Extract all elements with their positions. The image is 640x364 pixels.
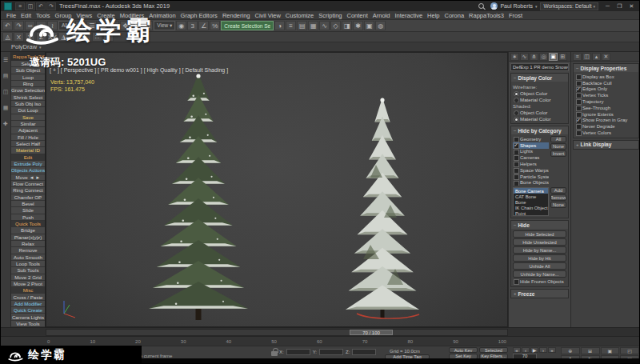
menu-item[interactable]: Graph Editors [178, 12, 220, 19]
category-list-item[interactable]: CAT Bone [514, 194, 548, 199]
tool-panel-button[interactable]: Fill / Hole [11, 134, 45, 141]
tool-panel-button[interactable]: Move 2 Grid [11, 274, 45, 281]
tool-panel-button[interactable]: Loop [11, 74, 45, 81]
link-display-rollout-header[interactable]: + Link Display [574, 141, 638, 149]
tool-panel-button[interactable]: Extrude Poly [11, 161, 45, 167]
tool-panel-button[interactable]: Planar(x|y|z) [11, 234, 45, 241]
redo-icon[interactable]: ↷ [14, 21, 24, 30]
add-panel-icon[interactable]: ✚ [3, 121, 8, 127]
tool-panel-button[interactable]: Add Modifier [11, 301, 45, 307]
play-icon[interactable]: ▶ [530, 347, 538, 353]
hide-action-button[interactable]: Unhide All [513, 262, 566, 270]
menu-item[interactable]: Create [94, 12, 118, 19]
modify-tab-icon[interactable]: ∿ [520, 53, 529, 61]
render-setup-icon[interactable]: ✱ [353, 21, 363, 30]
snowy-tree-right[interactable] [346, 98, 419, 318]
chevron-down-icon[interactable]: ▾ [39, 45, 42, 50]
category-list-item[interactable]: Bone [514, 199, 548, 205]
rotate-icon[interactable]: ↻ [131, 21, 142, 30]
selection-set-dropdown[interactable]: Selected [479, 347, 508, 353]
zoom-icon[interactable]: ⊕ [561, 347, 580, 354]
selection-region-icon[interactable]: ▭ [98, 21, 108, 30]
hide-action-button[interactable]: Hide by Hit [513, 254, 566, 262]
max-logo-icon[interactable] [4, 2, 12, 10]
tool-panel-button[interactable]: Dot Loop [11, 107, 45, 114]
tool-panel-button[interactable]: Cross / Paste [11, 294, 45, 300]
hide-action-button[interactable]: Hide Selected [513, 230, 566, 238]
rappatools-header[interactable]: RappaTools3 ✕ [11, 52, 45, 61]
menu-item[interactable]: Rendering [220, 12, 253, 19]
array-tool-icon[interactable]: ∷ [92, 32, 102, 42]
render-icon[interactable]: ◍ [375, 21, 386, 30]
axis-x-icon[interactable]: X [14, 32, 24, 42]
undo-icon[interactable]: ↶ [36, 2, 46, 10]
tool-panel-button[interactable]: Shrink Select [11, 94, 45, 101]
reference-coordinate-dropdown[interactable]: View ▾ [154, 21, 175, 30]
display-color-option[interactable]: Material Color [513, 96, 566, 102]
tool-panel-button[interactable]: Misc [11, 287, 45, 294]
maximize-button[interactable]: ❐ [614, 2, 626, 10]
select-by-name-icon[interactable]: ☰ [86, 21, 97, 30]
tool-panel-button[interactable]: Move ◄ ► [11, 174, 45, 181]
tool-panel-button[interactable]: Similar [11, 121, 45, 127]
tool-panel-button[interactable]: Quick Tools [11, 221, 45, 227]
hide-rollout-header[interactable]: − Hide [511, 221, 568, 229]
tool-panel-button[interactable]: Flow Connect [11, 181, 45, 187]
close-icon[interactable]: ✕ [41, 54, 45, 59]
redo-icon[interactable]: ↷ [46, 2, 56, 10]
axis-xy-icon[interactable]: XY [47, 32, 58, 42]
app-menu-icon[interactable]: ≡ [15, 2, 25, 10]
material-editor-icon[interactable]: ◨ [342, 21, 352, 30]
hide-action-button[interactable]: Unhide by Name... [513, 270, 566, 278]
category-checkbox[interactable]: Lights [513, 149, 549, 155]
save-icon[interactable]: ◫ [26, 2, 35, 10]
display-color-option[interactable]: Object Color [513, 90, 566, 96]
display-color-option[interactable]: Shaded: [513, 102, 566, 109]
display-property-checkbox[interactable]: Display as Box [575, 74, 637, 80]
tool-panel-button[interactable]: Loop Tools [11, 261, 45, 267]
tool-panel-button[interactable]: Select Half [11, 141, 45, 147]
category-checkbox[interactable]: Space Warps [513, 167, 549, 174]
tool-panel-button[interactable]: Sub Obj Iso [11, 101, 45, 107]
scale-icon[interactable]: ⊿ [142, 21, 153, 30]
zoom-region-icon[interactable]: ◰ [620, 347, 639, 354]
rendered-frame-icon[interactable]: ▣ [364, 21, 374, 30]
menu-item[interactable]: RappaTools3 [466, 12, 506, 19]
category-action-button[interactable]: Invert [550, 150, 566, 157]
use-pivot-icon[interactable]: ◉ [176, 21, 186, 30]
tool-panel-button[interactable]: Bevel [11, 201, 45, 207]
category-checkbox[interactable]: Geometry [513, 136, 549, 142]
menu-item[interactable]: Interactive [392, 12, 425, 19]
menu-item[interactable]: Corona [442, 12, 467, 19]
display-properties-rollout-header[interactable]: − Display Properties [574, 64, 638, 72]
menu-item[interactable]: Scripting [316, 12, 344, 19]
tool-panel-button[interactable]: Remove [11, 247, 45, 254]
maxscript-mini-listener[interactable]: sliderTime = 70 2KeyPhysics [1, 346, 74, 359]
mirror-tool-icon[interactable]: ◐ [81, 32, 91, 42]
auto-key-button[interactable]: Auto Key [449, 347, 478, 353]
tool-panel-button[interactable]: Save [11, 114, 45, 121]
hierarchy-tab-icon[interactable]: ⋔ [530, 53, 538, 61]
tool-panel-button[interactable]: Material ID [11, 147, 45, 154]
ribbon-toggle-icon[interactable]: ▦ [308, 21, 318, 30]
named-selection-sets-dropdown[interactable]: Create Selection Se [221, 21, 274, 30]
display-color-option[interactable]: Object Color [513, 109, 566, 115]
axis-z-icon[interactable]: Z [36, 32, 46, 42]
tool-panel-button[interactable]: Sub Object [11, 67, 45, 74]
mirror-icon[interactable]: ◑ [274, 21, 285, 30]
link-icon[interactable]: ∞ [25, 21, 35, 30]
snap-tool-icon[interactable]: ◬ [2, 32, 13, 42]
workspaces-dropdown[interactable]: Workspaces: Default ▾ [540, 2, 598, 10]
display-color-rollout-header[interactable]: − Display Color [511, 74, 568, 82]
layer-manager-icon[interactable]: ▤ [297, 21, 307, 30]
menu-item[interactable]: Civil View [252, 12, 282, 19]
curve-editor-icon[interactable]: ∿ [319, 21, 330, 30]
pin-panel-icon[interactable]: ◫ [582, 53, 591, 61]
ribbon-tab-polydraw[interactable]: PolyDraw [11, 43, 37, 50]
tool-panel-button[interactable]: View Tools [11, 321, 45, 327]
z-coordinate-field[interactable] [352, 349, 376, 355]
x-coordinate-field[interactable] [286, 349, 310, 355]
menu-item[interactable]: Views [74, 12, 94, 19]
display-property-checkbox[interactable]: Vertex Ticks [575, 92, 637, 98]
menu-item[interactable]: Modifiers [118, 12, 146, 19]
